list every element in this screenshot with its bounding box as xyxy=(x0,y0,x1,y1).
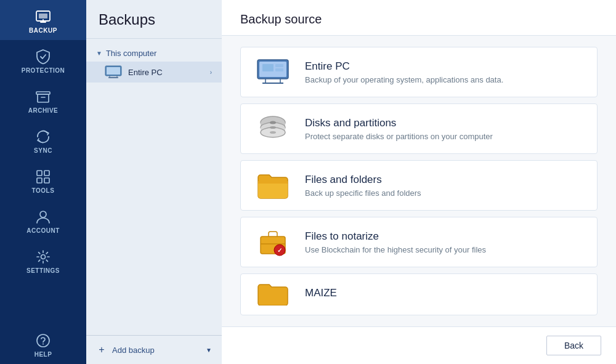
card-files-folders-title: Files and folders xyxy=(305,174,421,186)
main-footer: Back xyxy=(222,326,616,364)
svg-text:✓: ✓ xyxy=(277,247,282,254)
files-folders-icon xyxy=(256,168,290,203)
disks-partitions-icon xyxy=(256,111,290,146)
protection-icon xyxy=(35,49,51,65)
add-icon: + xyxy=(96,344,107,355)
panel-title: Backups xyxy=(86,0,222,39)
svg-rect-18 xyxy=(262,64,274,71)
svg-rect-29 xyxy=(258,181,288,184)
card-files-notarize-desc: Use Blockchain for the highest security … xyxy=(305,245,486,254)
svg-point-11 xyxy=(43,344,44,345)
sidebar-item-backup-label: BACKUP xyxy=(29,27,57,34)
card-disks-partitions[interactable]: Disks and partitions Protect separate di… xyxy=(240,103,598,154)
card-entire-pc-title: Entire PC xyxy=(305,60,503,73)
card-entire-pc-text: Entire PC Backup of your operating syste… xyxy=(305,60,503,84)
svg-point-8 xyxy=(40,211,46,217)
sidebar: BACKUP PROTECTION ARCHIVE xyxy=(0,0,86,364)
settings-icon xyxy=(35,249,51,265)
svg-rect-19 xyxy=(275,64,283,67)
backup-icon xyxy=(35,9,51,25)
main-content: Backup source Entire PC Backup of your o… xyxy=(222,0,616,364)
tree-child-label: Entire PC xyxy=(128,68,204,77)
sidebar-item-sync[interactable]: SYNC xyxy=(0,120,86,160)
card-disks-partitions-text: Disks and partitions Protect separate di… xyxy=(305,117,493,141)
svg-point-27 xyxy=(270,126,276,129)
tools-icon xyxy=(35,169,51,185)
svg-rect-6 xyxy=(37,178,42,183)
sidebar-item-archive-label: ARCHIVE xyxy=(28,107,59,114)
tree-section: ▼ This computer Entire PC › xyxy=(86,39,222,335)
card-entire-pc-desc: Backup of your operating system, applica… xyxy=(305,75,503,84)
sidebar-item-help[interactable]: HELP xyxy=(0,324,86,364)
sidebar-item-archive[interactable]: ARCHIVE xyxy=(0,80,86,120)
account-icon xyxy=(35,209,51,225)
sidebar-item-backup[interactable]: BACKUP xyxy=(0,0,86,40)
sidebar-item-protection[interactable]: PROTECTION xyxy=(0,40,86,80)
tree-arrow-icon: ▼ xyxy=(96,50,102,57)
sidebar-item-help-label: HELP xyxy=(34,351,52,358)
sidebar-item-tools[interactable]: TOOLS xyxy=(0,160,86,200)
card-files-folders-desc: Back up specific files and folders xyxy=(305,188,421,198)
card-entire-pc[interactable]: Entire PC Backup of your operating syste… xyxy=(240,47,598,97)
maize-icon xyxy=(256,277,290,312)
sidebar-item-account-label: ACCOUNT xyxy=(26,227,60,234)
card-files-notarize-title: Files to notarize xyxy=(305,230,486,243)
pc-icon xyxy=(105,65,122,79)
sidebar-item-sync-label: SYNC xyxy=(34,147,52,154)
svg-point-10 xyxy=(37,334,49,347)
card-files-folders[interactable]: Files and folders Back up specific files… xyxy=(240,160,598,211)
card-maize-title: MAIZE xyxy=(305,287,337,299)
back-button[interactable]: Back xyxy=(546,336,601,355)
card-disks-partitions-desc: Protect separate disks or partitions on … xyxy=(305,132,493,141)
help-icon xyxy=(35,333,51,349)
sidebar-item-settings-label: SETTINGS xyxy=(26,267,60,274)
card-maize[interactable]: MAIZE xyxy=(240,273,598,315)
tree-child-entire-pc[interactable]: Entire PC › xyxy=(86,62,222,83)
card-files-notarize-text: Files to notarize Use Blockchain for the… xyxy=(305,230,486,254)
tree-parent-computer[interactable]: ▼ This computer xyxy=(86,45,222,62)
main-header: Backup source xyxy=(222,0,616,36)
sidebar-item-settings[interactable]: SETTINGS xyxy=(0,240,86,280)
svg-point-9 xyxy=(41,255,46,259)
svg-point-26 xyxy=(270,121,276,124)
tree-parent-label: This computer xyxy=(106,49,156,58)
sidebar-item-account[interactable]: ACCOUNT xyxy=(0,200,86,240)
middle-panel: Backups ▼ This computer Entire PC › + Ad… xyxy=(86,0,222,364)
sync-icon xyxy=(35,129,51,145)
svg-rect-7 xyxy=(44,178,49,183)
tree-child-chevron-icon: › xyxy=(210,69,212,76)
add-backup-footer[interactable]: + Add backup ▼ xyxy=(86,335,222,364)
svg-rect-13 xyxy=(107,67,120,75)
archive-icon xyxy=(35,89,51,105)
card-disks-partitions-title: Disks and partitions xyxy=(305,117,493,129)
entire-pc-icon xyxy=(256,55,290,89)
add-backup-label: Add backup xyxy=(112,346,155,355)
svg-rect-4 xyxy=(37,171,42,176)
card-files-notarize[interactable]: ✓ Files to notarize Use Blockchain for t… xyxy=(240,217,598,267)
svg-rect-1 xyxy=(39,14,47,18)
files-notarize-icon: ✓ xyxy=(256,225,290,259)
footer-chevron-icon: ▼ xyxy=(206,347,212,354)
sidebar-item-tools-label: TOOLS xyxy=(32,187,55,194)
cards-container: Entire PC Backup of your operating syste… xyxy=(222,36,616,326)
svg-rect-3 xyxy=(38,94,49,102)
svg-rect-20 xyxy=(275,68,283,71)
svg-rect-5 xyxy=(44,171,49,176)
svg-point-28 xyxy=(270,131,276,134)
card-maize-text: MAIZE xyxy=(305,287,337,302)
sidebar-item-protection-label: PROTECTION xyxy=(22,67,65,74)
card-files-folders-text: Files and folders Back up specific files… xyxy=(305,174,421,198)
